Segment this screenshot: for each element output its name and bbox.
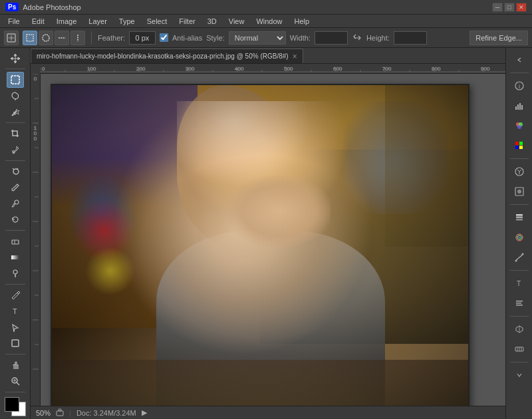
menu-image[interactable]: Image (51, 16, 82, 27)
panel-histogram-btn[interactable] (510, 96, 529, 115)
lasso-tool[interactable] (7, 88, 24, 104)
color-picker[interactable] (5, 397, 26, 416)
panel-paths-btn[interactable] (510, 248, 529, 267)
panel-info-btn[interactable]: i (510, 76, 529, 95)
menu-window[interactable]: Window (251, 16, 287, 27)
tab-filename: miro-hofmann-lucky-model-blondinka-kraso… (37, 53, 289, 60)
svg-point-88 (517, 190, 521, 194)
path-select-tool[interactable] (7, 319, 24, 335)
single-col-opt-btn[interactable] (70, 31, 85, 45)
panel-sep-2 (510, 204, 529, 205)
history-brush-tool[interactable] (7, 212, 24, 227)
panel-collapse-btn[interactable] (510, 51, 529, 69)
svg-text:0: 0 (42, 66, 45, 72)
svg-rect-98 (516, 301, 523, 302)
panel-text-btn[interactable]: T (510, 274, 529, 293)
horizontal-ruler: 0 100 200 300 400 500 600 (41, 64, 505, 74)
close-button[interactable]: ✕ (516, 3, 527, 12)
hand-tool[interactable] (7, 357, 24, 372)
refine-edge-button[interactable]: Refine Edge... (469, 31, 528, 45)
panel-3d-btn[interactable] (510, 320, 529, 339)
menu-help[interactable]: Help (289, 16, 315, 27)
menu-3d[interactable]: 3D (202, 16, 222, 27)
menu-bar: File Edit Image Layer Type Select Filter… (0, 15, 532, 28)
panel-color-btn[interactable] (510, 116, 529, 135)
menu-view[interactable]: View (223, 16, 250, 27)
panel-sep-0 (510, 72, 529, 73)
separator-1 (91, 31, 92, 45)
single-row-opt-btn[interactable] (55, 31, 69, 45)
tool-sep-7 (5, 392, 25, 392)
minimize-button[interactable]: ─ (492, 3, 503, 12)
crop-tool[interactable] (7, 126, 24, 141)
rect-marquee-tool[interactable] (7, 72, 24, 87)
svg-rect-84 (515, 146, 519, 149)
menu-layer[interactable]: Layer (83, 16, 112, 27)
svg-point-94 (519, 237, 520, 238)
foreground-color[interactable] (5, 397, 19, 412)
rect-marquee-opt-btn[interactable] (23, 31, 37, 45)
spot-heal-tool[interactable] (7, 164, 24, 179)
panel-channels-btn[interactable] (510, 228, 529, 247)
magic-wand-tool[interactable] (7, 104, 24, 120)
swap-dimensions-icon[interactable] (352, 33, 362, 43)
shape-tool[interactable] (7, 336, 24, 351)
zoom-display: 50% (36, 409, 51, 417)
tab-close-icon[interactable]: × (293, 52, 297, 61)
svg-rect-91 (516, 214, 523, 216)
panel-paragraph-btn[interactable] (510, 294, 529, 313)
svg-rect-82 (515, 142, 519, 145)
title-bar: Ps Adobe Photoshop ─ □ ✕ (0, 0, 532, 15)
panel-masks-btn[interactable] (510, 182, 529, 201)
menu-file[interactable]: File (3, 16, 25, 27)
tab-bar: miro-hofmann-lucky-model-blondinka-kraso… (31, 48, 505, 64)
svg-text:400: 400 (235, 66, 244, 72)
brush-tool[interactable] (7, 180, 24, 195)
status-arrow-icon[interactable]: ▶ (142, 408, 147, 417)
gradient-tool[interactable] (7, 249, 24, 265)
feather-label: Feather: (98, 34, 125, 42)
menu-type[interactable]: Type (114, 16, 140, 27)
svg-rect-76 (517, 104, 519, 110)
style-dropdown[interactable]: Normal Fixed Ratio Fixed Size (229, 31, 286, 45)
ellipse-marquee-opt-btn[interactable] (39, 31, 53, 45)
panel-sep-3 (510, 270, 529, 271)
svg-rect-90 (516, 217, 523, 219)
document-tab[interactable]: miro-hofmann-lucky-model-blondinka-kraso… (31, 49, 303, 63)
clone-stamp-tool[interactable] (7, 196, 24, 211)
panel-timeline-btn[interactable] (510, 340, 529, 358)
svg-rect-77 (519, 103, 521, 110)
panel-swatches-btn[interactable] (510, 136, 529, 155)
menu-select[interactable]: Select (142, 16, 173, 27)
eraser-tool[interactable] (7, 233, 24, 249)
feather-input[interactable] (129, 31, 156, 45)
move-tool[interactable] (7, 51, 24, 66)
zoom-icon[interactable] (56, 408, 64, 418)
panel-adjustments-btn[interactable] (510, 162, 529, 181)
svg-rect-11 (12, 240, 19, 244)
panel-layers-btn[interactable] (510, 208, 529, 227)
width-input[interactable] (315, 31, 348, 45)
svg-point-95 (515, 260, 517, 262)
eyedropper-tool[interactable] (7, 142, 24, 157)
anti-alias-checkbox[interactable] (160, 33, 168, 42)
svg-text:i: i (519, 83, 520, 90)
svg-text:0: 0 (34, 136, 37, 142)
svg-point-8 (12, 151, 14, 153)
pen-tool[interactable] (7, 287, 24, 303)
status-sep: | (69, 409, 71, 417)
text-tool[interactable]: T (7, 303, 24, 319)
window-controls: ─ □ ✕ (492, 3, 527, 12)
dodge-tool[interactable] (7, 266, 24, 281)
svg-text:900: 900 (481, 66, 490, 72)
left-toolbar: T (0, 48, 31, 419)
zoom-tool[interactable] (7, 373, 24, 388)
maximize-button[interactable]: □ (504, 3, 515, 12)
menu-filter[interactable]: Filter (174, 16, 200, 27)
tool-preset-btn[interactable] (4, 31, 19, 45)
height-input[interactable] (394, 31, 427, 45)
menu-edit[interactable]: Edit (27, 16, 50, 27)
canvas-area: miro-hofmann-lucky-model-blondinka-kraso… (31, 48, 505, 419)
title-text: Adobe Photoshop (23, 3, 80, 11)
panel-arrow-down-btn[interactable] (510, 366, 529, 384)
